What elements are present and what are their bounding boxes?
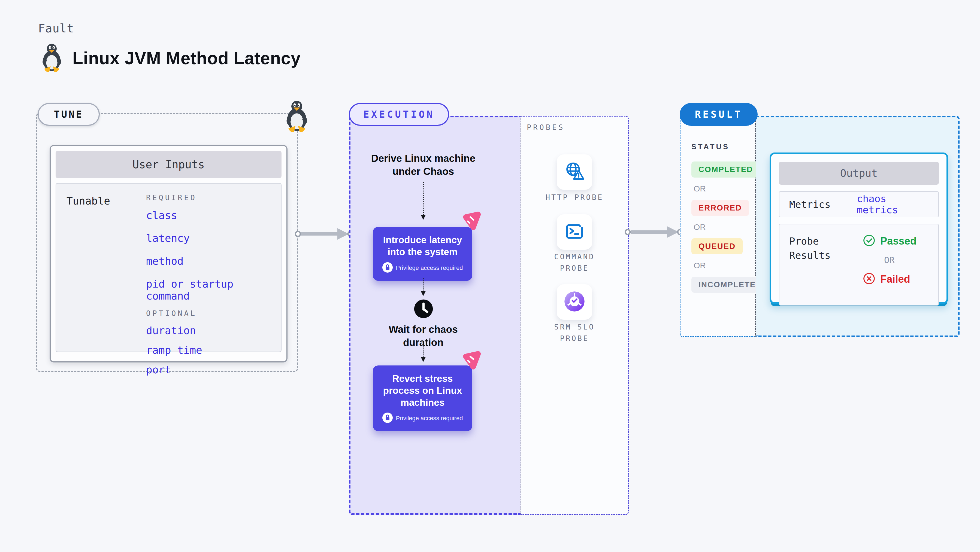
- execution-to-result-arrow: [625, 224, 683, 240]
- failed-line: Failed: [863, 272, 916, 286]
- or-separator: OR: [694, 222, 706, 232]
- result-status-box: STATUS COMPLETED OR ERRORED OR QUEUED OR…: [680, 116, 756, 337]
- revert-stress-title: Revert stress process on Linux machines: [378, 373, 467, 408]
- introduce-latency-card: Introduce latency into the system Privil…: [373, 227, 472, 281]
- fault-eyebrow: Fault: [38, 22, 74, 35]
- slo-donut-check-icon: [563, 290, 585, 314]
- probe-results-row: Probe Results Passed OR: [779, 224, 939, 306]
- metrics-row: Metrics chaos metrics: [779, 191, 939, 217]
- tunable-list-panel: Tunable REQUIRED classlatencymethodpid o…: [56, 183, 282, 352]
- optional-group-label: OPTIONAL: [146, 309, 270, 317]
- required-items-list: classlatencymethodpid or startup command: [146, 209, 270, 302]
- execution-step-wait: Wait for chaos duration: [380, 323, 467, 349]
- tunable-item: method: [146, 255, 270, 267]
- or-separator: OR: [694, 184, 706, 194]
- metrics-value: chaos metrics: [857, 193, 929, 216]
- lock-icon: [382, 412, 393, 424]
- tux-penguin-icon: [40, 43, 63, 73]
- status-badge-errored: ERRORED: [691, 200, 749, 216]
- privilege-note-row: Privilege access required: [382, 412, 463, 424]
- execution-section-badge: EXECUTION: [349, 103, 449, 126]
- tunable-item: class: [146, 209, 270, 221]
- probes-label: PROBES: [527, 123, 565, 132]
- tune-to-execution-arrow: [295, 226, 353, 242]
- lock-icon: [382, 262, 393, 274]
- privilege-note: Privilege access required: [396, 265, 463, 271]
- tunable-item: duration: [146, 325, 270, 336]
- or-separator: OR: [694, 261, 706, 270]
- fault-diagram-page: Fault Linux JVM Method Latency TUNE: [0, 0, 980, 552]
- status-badge-completed: COMPLETED: [691, 162, 760, 178]
- page-title: Linux JVM Method Latency: [73, 48, 301, 68]
- status-badge-queued: QUEUED: [691, 238, 743, 254]
- output-title: Output: [779, 162, 939, 185]
- tunable-item: port: [146, 364, 270, 376]
- page-title-row: Linux JVM Method Latency: [40, 43, 301, 73]
- tunable-item: pid or startup command: [146, 278, 270, 302]
- tunable-item: latency: [146, 232, 270, 244]
- http-probe-label: HTTP PROBE: [542, 192, 607, 203]
- flow-arrow-down-3: [423, 346, 424, 360]
- metrics-label: Metrics: [789, 199, 830, 210]
- command-probe-card: [557, 214, 592, 250]
- privilege-note-row: Privilege access required: [382, 262, 463, 274]
- passed-line: Passed: [863, 234, 916, 248]
- http-probe-card: [557, 154, 592, 190]
- tunable-item: ramp time: [146, 344, 270, 356]
- privilege-note: Privilege access required: [396, 415, 463, 422]
- introduce-latency-title: Introduce latency into the system: [378, 234, 467, 258]
- srm-slo-probe-label: SRM SLO PROBE: [542, 321, 607, 344]
- flow-arrow-down-2: [423, 278, 424, 293]
- user-inputs-title: User Inputs: [56, 151, 282, 178]
- or-separator: OR: [884, 255, 916, 265]
- optional-items-list: durationramp timeport: [146, 325, 270, 376]
- required-group-label: REQUIRED: [146, 194, 270, 202]
- wait-clock-icon: [414, 299, 433, 319]
- tux-penguin-corner-icon: [284, 98, 309, 134]
- command-probe-label: COMMAND PROBE: [542, 251, 607, 274]
- probe-results-label: Probe Results: [789, 234, 852, 295]
- status-label: STATUS: [691, 143, 730, 151]
- check-circle-icon: [863, 234, 875, 248]
- x-circle-icon: [863, 272, 875, 286]
- passed-label: Passed: [880, 235, 916, 247]
- terminal-icon: [563, 220, 585, 244]
- execution-step-derive: Derive Linux machine under Chaos: [359, 152, 487, 178]
- output-card: Output Metrics chaos metrics Probe Resul…: [770, 152, 948, 304]
- tunable-label: Tunable: [67, 195, 110, 207]
- srm-slo-probe-card: [557, 284, 592, 320]
- chaos-experiment-icon: [459, 209, 483, 233]
- flow-arrow-down-1: [423, 182, 424, 217]
- revert-stress-card: Revert stress process on Linux machines …: [373, 365, 472, 431]
- chaos-experiment-icon: [459, 348, 483, 372]
- user-inputs-card: User Inputs Tunable REQUIRED classlatenc…: [49, 145, 288, 362]
- tune-section-badge: TUNE: [38, 103, 100, 126]
- result-section-badge: RESULT: [680, 103, 757, 126]
- failed-label: Failed: [880, 273, 910, 285]
- globe-alert-icon: [563, 160, 585, 184]
